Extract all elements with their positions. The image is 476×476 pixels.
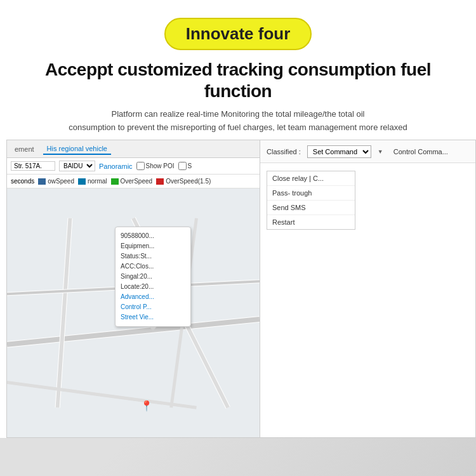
badge-wrapper: Innovate four <box>13 18 463 50</box>
map-controls: BAIDU Panoramic Show POI S <box>7 158 260 175</box>
map-popup: 90588000... Equipmen... Status:St... ACC… <box>115 227 191 327</box>
normal-color <box>78 178 86 185</box>
popup-line5: Singal:20... <box>121 272 185 282</box>
map-type-select[interactable]: BAIDU <box>59 161 95 171</box>
legend-normal: normal <box>78 178 107 185</box>
tab-regional[interactable]: His regional vehicle <box>43 143 111 155</box>
classified-select[interactable]: Set Command <box>307 145 371 158</box>
popup-line3: Status:St... <box>121 251 185 261</box>
show-poi-label[interactable]: Show POI <box>136 162 175 170</box>
bottom-decoration <box>0 438 476 476</box>
popup-line1: 90588000... <box>121 231 185 241</box>
owspeed-label: owSpeed <box>48 178 74 185</box>
s-checkbox[interactable] <box>178 162 187 170</box>
page-wrapper: Innovate four Acceppt customized trackin… <box>0 0 476 476</box>
popup-line4: ACC:Clos... <box>121 261 185 272</box>
address-input[interactable] <box>11 161 55 171</box>
s-label: S <box>178 162 192 170</box>
dropdown-indicator: ▼ <box>378 149 383 155</box>
map-body[interactable]: 90588000... Equipmen... Status:St... ACC… <box>7 188 260 437</box>
legend-seconds: seconds <box>11 178 34 185</box>
menu-item-2[interactable]: Send SMS <box>267 201 355 215</box>
overspeed15-label: OverSpeed(1.5) <box>166 178 211 185</box>
popup-link-advanced[interactable]: Advanced... <box>121 292 185 302</box>
menu-item-3[interactable]: Restart <box>267 215 355 229</box>
popup-link-streetview[interactable]: Street Vie... <box>121 312 185 322</box>
legend-overspeed15: OverSpeed(1.5) <box>156 178 211 185</box>
normal-label: normal <box>88 178 107 185</box>
speed-legend: seconds owSpeed normal OverSpeed OverSpe… <box>7 175 260 188</box>
show-poi-checkbox[interactable] <box>136 162 145 170</box>
screenshot-area: ement His regional vehicle BAIDU Panoram… <box>0 140 476 476</box>
overspeed-color <box>111 178 119 185</box>
map-toolbar: ement His regional vehicle <box>7 140 260 158</box>
s-text: S <box>188 162 192 169</box>
sub-text-line1: Platform can realize real-time Monitorin… <box>13 108 463 121</box>
right-panel-content: Close relay | C... Pass- trough Send SMS… <box>260 163 475 235</box>
menu-item-0[interactable]: Close relay | C... <box>267 171 355 186</box>
show-poi-text: Show POI <box>146 162 175 169</box>
right-panel: Classified : Set Command ▼ Control Comma… <box>260 140 476 438</box>
popup-line2: Equipmen... <box>121 241 185 251</box>
top-section: Innovate four Acceppt customized trackin… <box>0 0 476 146</box>
map-pin: 📍 <box>140 400 153 412</box>
innovate-badge: Innovate four <box>164 18 312 50</box>
overspeed15-color <box>156 178 164 185</box>
popup-link-control[interactable]: Control P... <box>121 302 185 312</box>
legend-overspeed: OverSpeed <box>111 178 153 185</box>
classified-label: Classified : <box>267 148 301 155</box>
sub-text-line2: consumption to prevent the misreporting … <box>13 121 463 135</box>
panoramic-link[interactable]: Panoramic <box>99 162 133 170</box>
tab-management[interactable]: ement <box>11 144 38 154</box>
menu-item-1[interactable]: Pass- trough <box>267 186 355 201</box>
legend-owspeed: owSpeed <box>38 178 74 185</box>
right-panel-top: Classified : Set Command ▼ Control Comma… <box>260 140 475 163</box>
map-panel: ement His regional vehicle BAIDU Panoram… <box>6 140 260 438</box>
control-cmd-label: Control Comma... <box>393 148 448 155</box>
dropdown-menu: Close relay | C... Pass- trough Send SMS… <box>267 171 355 230</box>
owspeed-color <box>38 178 46 185</box>
main-title: Acceppt customized tracking consumption … <box>13 59 463 102</box>
overspeed-label: OverSpeed <box>121 178 153 185</box>
popup-line6: Locate:20... <box>121 282 185 292</box>
